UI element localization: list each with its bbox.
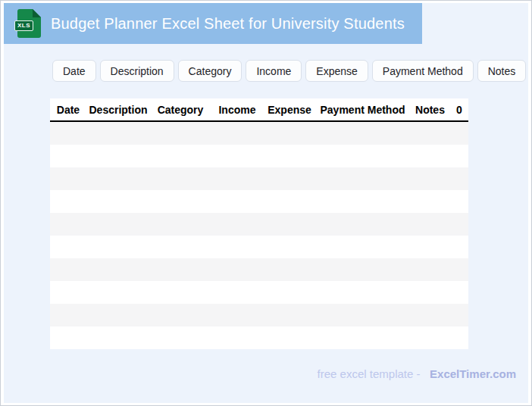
column-header-category: Category [150, 104, 211, 116]
table-cell [264, 281, 315, 304]
table-body [50, 122, 468, 349]
column-header-payment-method: Payment Method [315, 104, 410, 116]
table-cell [150, 281, 211, 304]
table-cell [410, 122, 450, 145]
table-cell [264, 145, 315, 167]
table-cell [315, 281, 410, 304]
table-row [50, 167, 468, 190]
table-cell [211, 326, 264, 349]
table-cell [211, 236, 264, 258]
filter-chip-description[interactable]: Description [100, 60, 174, 82]
column-header-description: Description [86, 104, 150, 116]
footer-text: free excel template - [318, 367, 421, 380]
table-row [50, 122, 468, 145]
table-cell [86, 167, 150, 190]
page: XLS Budget Planner Excel Sheet for Unive… [0, 0, 532, 406]
table-cell [410, 145, 450, 167]
table-cell [450, 304, 468, 326]
column-header-income: Income [211, 104, 264, 116]
page-title: Budget Planner Excel Sheet for Universit… [51, 15, 405, 33]
table-cell [211, 258, 264, 281]
table-cell [86, 258, 150, 281]
filter-chip-payment-method[interactable]: Payment Method [372, 60, 474, 82]
table-cell [315, 145, 410, 167]
table-cell [86, 213, 150, 236]
table-row [50, 304, 468, 326]
table-row [50, 145, 468, 167]
table-cell [264, 236, 315, 258]
table-cell [150, 236, 211, 258]
table-cell [86, 281, 150, 304]
column-header-notes: Notes [410, 104, 450, 116]
table-cell [50, 236, 86, 258]
table-cell [315, 190, 410, 213]
table-cell [211, 213, 264, 236]
table-cell [410, 281, 450, 304]
table-cell [50, 190, 86, 213]
table-cell [450, 213, 468, 236]
table-header-row: DateDescriptionCategoryIncomeExpensePaym… [50, 98, 468, 122]
table-cell [450, 236, 468, 258]
header-banner: XLS Budget Planner Excel Sheet for Unive… [4, 3, 422, 44]
table-cell [410, 258, 450, 281]
table-cell [50, 258, 86, 281]
table-cell [86, 326, 150, 349]
table-cell [264, 167, 315, 190]
table-cell [264, 190, 315, 213]
table-cell [315, 122, 410, 145]
filter-chip-income[interactable]: Income [246, 60, 302, 82]
table-cell [315, 326, 410, 349]
table-cell [410, 167, 450, 190]
filter-chip-date[interactable]: Date [52, 60, 96, 82]
xls-badge-label: XLS [14, 20, 33, 31]
table-cell [211, 167, 264, 190]
table-cell [86, 236, 150, 258]
table-cell [86, 145, 150, 167]
table-cell [410, 213, 450, 236]
table-cell [450, 281, 468, 304]
table-row [50, 326, 468, 349]
table-cell [264, 213, 315, 236]
filter-chip-notes[interactable]: Notes [477, 60, 527, 82]
table-cell [50, 122, 86, 145]
table-cell [50, 167, 86, 190]
table-cell [450, 145, 468, 167]
table-cell [86, 122, 150, 145]
filter-chip-expense[interactable]: Expense [305, 60, 368, 82]
table-cell [211, 122, 264, 145]
table-row [50, 258, 468, 281]
table-cell [264, 304, 315, 326]
table-cell [264, 326, 315, 349]
table-cell [410, 326, 450, 349]
table-cell [264, 122, 315, 145]
table-cell [450, 258, 468, 281]
table-cell [50, 145, 86, 167]
footer-brand-link[interactable]: ExcelTimer.com [430, 367, 516, 380]
table-cell [150, 145, 211, 167]
table-cell [211, 304, 264, 326]
table-cell [450, 167, 468, 190]
table-cell [50, 326, 86, 349]
table-cell [150, 190, 211, 213]
table-cell [315, 167, 410, 190]
table-cell [50, 304, 86, 326]
column-header-0: 0 [450, 104, 468, 116]
table-cell [86, 304, 150, 326]
budget-table: DateDescriptionCategoryIncomeExpensePaym… [50, 98, 468, 349]
table-cell [150, 122, 211, 145]
filter-chip-category[interactable]: Category [178, 60, 243, 82]
table-cell [410, 304, 450, 326]
table-cell [211, 190, 264, 213]
table-cell [86, 190, 150, 213]
column-header-date: Date [50, 104, 86, 116]
table-cell [150, 304, 211, 326]
table-cell [150, 213, 211, 236]
table-cell [150, 258, 211, 281]
table-row [50, 236, 468, 258]
table-cell [450, 326, 468, 349]
table-cell [150, 326, 211, 349]
table-cell [315, 236, 410, 258]
table-cell [50, 213, 86, 236]
table-cell [211, 281, 264, 304]
table-cell [150, 167, 211, 190]
